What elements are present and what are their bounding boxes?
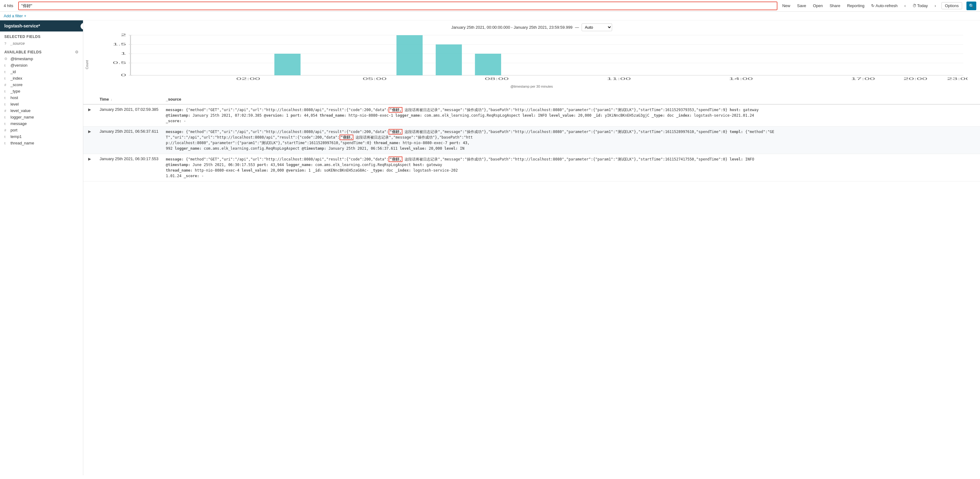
field-label-levelval1: level_value: <box>549 113 576 118</box>
sidebar-field-_index[interactable]: t_index <box>0 75 83 81</box>
expand-cell[interactable]: ▶ <box>83 104 96 126</box>
open-button[interactable]: Open <box>811 3 824 9</box>
chart-container: Count 2 1.5 1 0.5 0 <box>83 32 980 94</box>
expand-button-2[interactable]: ▶ <box>87 129 92 134</box>
field-value-lv3: 20,000 <box>270 168 286 172</box>
svg-rect-18 <box>436 45 462 75</box>
options-button[interactable]: Options <box>942 2 962 9</box>
index-name[interactable]: logstash-service* <box>0 20 83 32</box>
sidebar-field-@timestamp[interactable]: ⊙@timestamp <box>0 56 83 62</box>
sidebar-field-_score[interactable]: #_score <box>0 81 83 88</box>
sidebar-field-@version[interactable]: t@version <box>0 62 83 69</box>
save-button[interactable]: Save <box>796 3 808 9</box>
expand-cell-2[interactable]: ▶ <box>83 126 96 154</box>
sidebar-field-level_value[interactable]: #level_value <box>0 107 83 114</box>
field-value-message3b: 这段话将被日志记录","message":"操作成功"},"basePath":… <box>402 157 727 161</box>
expand-button[interactable]: ▶ <box>87 107 92 112</box>
field-value-thread2: http-nio-8080-exec-7 <box>403 141 450 145</box>
field-label-message3: message: <box>166 157 184 161</box>
search-icon: 🔍 <box>969 3 974 8</box>
svg-text:17:00: 17:00 <box>851 77 875 81</box>
chart-header: January 25th 2021, 00:00:00.000 - Januar… <box>83 20 980 32</box>
search-button[interactable]: 🔍 <box>966 2 976 10</box>
field-label-timestamp1: @timestamp: <box>166 113 190 118</box>
field-label-ts2: @timestamp: <box>302 146 326 151</box>
field-value-type3: doc <box>387 168 395 172</box>
svg-text:2: 2 <box>121 34 126 37</box>
today-button[interactable]: ⏱Today <box>911 3 929 9</box>
highlight-nihao-2a: "你好, <box>388 129 402 134</box>
svg-rect-17 <box>396 35 423 75</box>
field-type-source: ? <box>4 42 9 45</box>
field-type-indicator: t <box>4 70 9 74</box>
field-type-indicator: # <box>4 128 9 132</box>
field-name-label: port <box>11 128 17 133</box>
sidebar-field-level[interactable]: tlevel <box>0 101 83 107</box>
field-value-index3: logstash-service-202 <box>413 168 458 172</box>
field-name-label: level <box>11 102 19 107</box>
field-value-thread1: http-nio-8080-exec-1 <box>348 113 395 118</box>
sidebar-field-message[interactable]: tmessage <box>0 120 83 127</box>
field-value-message-suffix: 这段话将被日志记录","message":"操作成功"},"basePath":… <box>402 108 727 112</box>
available-fields-title: Available fields <box>4 50 41 54</box>
field-name-label: @version <box>11 63 27 68</box>
field-label-id1: _id: <box>593 113 603 118</box>
selected-fields-title: Selected fields <box>0 32 83 40</box>
expand-cell-3[interactable]: ▶ <box>83 154 96 182</box>
auto-refresh-button[interactable]: ↻Auto-refresh <box>870 3 899 9</box>
sidebar-field-port[interactable]: #port <box>0 127 83 133</box>
sidebar-field-host[interactable]: thost <box>0 94 83 101</box>
field-type-indicator: t <box>4 64 9 67</box>
field-label-logger1: logger_name: <box>395 113 422 118</box>
svg-rect-19 <box>475 54 501 75</box>
sidebar-field-temp1[interactable]: ttemp1 <box>0 133 83 140</box>
field-value-ts2: January 25th 2021, 06:56:37.611 <box>328 146 400 151</box>
field-name-source: _source <box>11 41 25 46</box>
field-label-l2: level: <box>444 146 458 151</box>
field-value-score1: - <box>184 119 186 123</box>
highlight-nihao-2b: "你好, <box>339 134 353 140</box>
sidebar-field-_type[interactable]: t_type <box>0 88 83 94</box>
field-value-message2b: 这段话将被日志记录","message":"操作成功"},"basePath":… <box>402 129 727 134</box>
table-row[interactable]: ▶ January 25th 2021, 06:30:17.553 messag… <box>83 154 980 182</box>
field-type-indicator: t <box>4 77 9 80</box>
filter-bar: Add a filter + <box>0 12 980 20</box>
svg-text:0.5: 0.5 <box>113 61 126 64</box>
field-label-port3: port: <box>257 163 268 167</box>
gear-icon[interactable]: ⚙ <box>75 50 79 54</box>
field-name-label: @timestamp <box>11 56 33 61</box>
next-button[interactable]: › <box>934 3 937 9</box>
field-value-level1: INFO <box>538 113 549 118</box>
clock-icon: ⏱ <box>912 3 916 8</box>
time-col-header[interactable]: Time ↓ <box>96 94 162 104</box>
svg-text:23:00: 23:00 <box>947 77 968 81</box>
content-area: January 25th 2021, 00:00:00.000 - Januar… <box>83 20 980 475</box>
field-value-message2: {"method":"GET","uri":"/api","url":"http… <box>186 129 388 134</box>
field-label-lv2: level_value: <box>400 146 426 151</box>
field-label-port1: port: <box>291 113 302 118</box>
new-button[interactable]: New <box>781 3 792 9</box>
table-row[interactable]: ▶ January 25th 2021, 06:56:37.611 messag… <box>83 126 980 154</box>
field-value-index1: logstash-service-2021.01.24 <box>694 113 754 118</box>
sidebar-field-source[interactable]: ? _source <box>0 40 83 46</box>
share-button[interactable]: Share <box>828 3 842 9</box>
search-input[interactable] <box>18 2 777 10</box>
field-name-label: temp1 <box>11 134 22 139</box>
refresh-icon: ↻ <box>871 3 875 8</box>
prev-button[interactable]: ‹ <box>903 3 907 9</box>
field-value-host3: gateway <box>426 163 442 167</box>
expand-button-3[interactable]: ▶ <box>87 157 92 161</box>
reporting-button[interactable]: Reporting <box>846 3 865 9</box>
add-filter-link[interactable]: Add a filter + <box>4 14 26 18</box>
sidebar-field-logger_name[interactable]: tlogger_name <box>0 114 83 120</box>
field-label-message: message: <box>166 108 184 112</box>
sidebar-field-thread_name[interactable]: tthread_name <box>0 140 83 146</box>
sidebar: ✕ logstash-service* Selected fields ? _s… <box>0 20 83 475</box>
source-cell: message: {"method":"GET","uri":"/api","u… <box>162 104 980 126</box>
sidebar-field-_id[interactable]: t_id <box>0 69 83 75</box>
table-row[interactable]: ▶ January 25th 2021, 07:02:59.385 messag… <box>83 104 980 126</box>
field-label-version1: @version: <box>264 113 284 118</box>
interval-select[interactable]: Auto Millisecond Second Minute Hour Day <box>582 24 612 31</box>
field-label-thread3: thread_name: <box>166 168 193 172</box>
chart-svg: 2 1.5 1 0.5 0 02:00 <box>95 34 968 83</box>
